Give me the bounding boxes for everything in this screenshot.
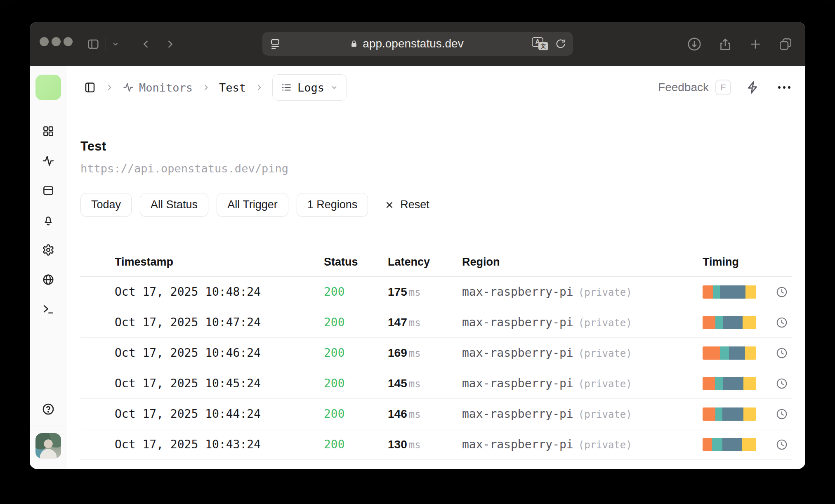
col-timestamp[interactable]: Timestamp <box>115 256 324 268</box>
address-bar[interactable]: app.openstatus.dev A 文 <box>262 32 573 56</box>
help-icon[interactable] <box>38 399 58 419</box>
zoom-window-button[interactable] <box>64 37 73 46</box>
clock-icon[interactable] <box>771 316 792 329</box>
col-status[interactable]: Status <box>324 256 388 268</box>
sidebar-item-status-pages[interactable] <box>38 181 58 200</box>
table-row[interactable]: Oct 17, 2025 10:46:24 200 169ms max-rasp… <box>80 338 792 368</box>
back-button[interactable] <box>140 38 152 50</box>
col-region[interactable]: Region <box>462 256 703 268</box>
page-format-icon[interactable] <box>269 38 281 50</box>
new-tab-icon[interactable] <box>748 37 762 51</box>
tab-overview-icon[interactable] <box>778 37 793 52</box>
table-row[interactable]: Oct 17, 2025 10:43:24 200 130ms max-rasp… <box>80 429 792 460</box>
sidebar-toggle-icon[interactable] <box>87 38 100 51</box>
filter-trigger-button[interactable]: All Trigger <box>217 193 288 217</box>
filter-period-button[interactable]: Today <box>80 193 132 217</box>
latency-unit: ms <box>409 348 421 359</box>
app-sidebar <box>30 66 67 469</box>
region-name: max-raspberry-pi <box>462 346 573 360</box>
more-options-button[interactable] <box>778 86 790 89</box>
sidebar-item-monitors[interactable] <box>38 151 58 171</box>
cell-status: 200 <box>324 438 388 451</box>
breadcrumb-monitors[interactable]: Monitors <box>123 81 193 94</box>
table-header-row: Timestamp Status Latency Region Timing <box>80 248 792 277</box>
latency-unit: ms <box>409 409 421 420</box>
col-timing[interactable]: Timing <box>703 256 771 268</box>
timing-segment <box>743 407 756 421</box>
timing-bar <box>703 316 756 329</box>
minimize-window-button[interactable] <box>52 37 61 46</box>
timing-segment <box>703 407 715 421</box>
translate-icon[interactable]: A 文 <box>532 37 548 50</box>
sidebar-chevron-down-icon[interactable] <box>112 40 119 48</box>
cell-region: max-raspberry-pi(private) <box>462 285 703 299</box>
timing-segment <box>703 316 715 329</box>
cell-status: 200 <box>324 377 388 390</box>
table-row[interactable]: Oct 17, 2025 10:44:24 200 146ms max-rasp… <box>80 399 792 429</box>
clock-icon[interactable] <box>771 286 792 298</box>
filter-status-button[interactable]: All Status <box>140 193 208 217</box>
command-zap-icon[interactable] <box>746 80 760 94</box>
timing-segment <box>743 377 756 390</box>
activity-icon <box>123 82 134 93</box>
timing-segment <box>703 438 712 451</box>
region-name: max-raspberry-pi <box>462 407 573 421</box>
sidebar-item-settings[interactable] <box>38 240 58 260</box>
clock-icon[interactable] <box>771 347 792 359</box>
timing-segment <box>722 438 742 451</box>
panel-left-icon[interactable] <box>84 81 96 94</box>
region-name: max-raspberry-pi <box>462 377 573 390</box>
chevron-right-icon <box>255 83 263 92</box>
cell-latency: 130ms <box>388 438 462 451</box>
clock-icon[interactable] <box>771 377 792 390</box>
clock-icon[interactable] <box>771 438 792 451</box>
sidebar-item-notifications[interactable] <box>38 210 58 230</box>
timing-segment <box>703 377 715 390</box>
timing-segment <box>703 346 720 360</box>
region-name: max-raspberry-pi <box>462 285 573 299</box>
latency-value: 130 <box>388 438 407 451</box>
cell-latency: 145ms <box>388 377 462 390</box>
timing-segment <box>712 438 722 451</box>
filter-regions-button[interactable]: 1 Regions <box>297 193 368 217</box>
workspace-avatar[interactable] <box>35 75 61 100</box>
cell-region: max-raspberry-pi(private) <box>462 438 703 451</box>
timing-segment <box>723 316 743 329</box>
cell-status: 200 <box>324 316 388 329</box>
region-visibility-note: (private) <box>578 409 632 420</box>
reset-filters-button[interactable]: Reset <box>384 198 429 211</box>
feedback-button[interactable]: Feedback F <box>658 80 731 95</box>
cell-latency: 169ms <box>388 346 462 360</box>
table-row[interactable]: Oct 17, 2025 10:47:24 200 147ms max-rasp… <box>80 307 792 338</box>
reload-icon[interactable] <box>555 38 566 49</box>
table-body: Oct 17, 2025 10:48:24 200 175ms max-rasp… <box>80 277 792 460</box>
downloads-icon[interactable] <box>686 36 702 52</box>
view-selector-logs[interactable]: Logs <box>272 74 347 101</box>
x-icon <box>384 200 394 210</box>
user-avatar[interactable] <box>35 433 61 459</box>
traffic-lights <box>40 37 73 46</box>
clock-icon[interactable] <box>771 408 792 420</box>
breadcrumb-monitor-name[interactable]: Test <box>219 81 246 94</box>
sidebar-item-globe[interactable] <box>38 270 58 290</box>
cell-timestamp: Oct 17, 2025 10:48:24 <box>115 285 324 299</box>
table-row[interactable]: Oct 17, 2025 10:48:24 200 175ms max-rasp… <box>80 277 792 307</box>
col-latency[interactable]: Latency <box>388 256 462 268</box>
lock-icon <box>349 39 359 48</box>
cell-timestamp: Oct 17, 2025 10:46:24 <box>115 346 324 360</box>
timing-segment <box>703 285 713 299</box>
timing-segment <box>745 346 756 360</box>
share-icon[interactable] <box>718 37 733 52</box>
timing-segment <box>720 346 729 360</box>
sidebar-item-cli[interactable] <box>38 299 58 319</box>
address-url[interactable]: app.openstatus.dev <box>363 37 463 50</box>
feedback-shortcut-badge: F <box>715 80 731 95</box>
cell-timestamp: Oct 17, 2025 10:44:24 <box>115 407 324 421</box>
timing-segment <box>743 316 756 329</box>
cell-status: 200 <box>324 285 388 299</box>
forward-button[interactable] <box>164 38 176 50</box>
table-row[interactable]: Oct 17, 2025 10:45:24 200 145ms max-rasp… <box>80 368 792 399</box>
latency-unit: ms <box>409 378 421 390</box>
close-window-button[interactable] <box>40 37 49 46</box>
sidebar-item-dashboard[interactable] <box>38 121 58 141</box>
